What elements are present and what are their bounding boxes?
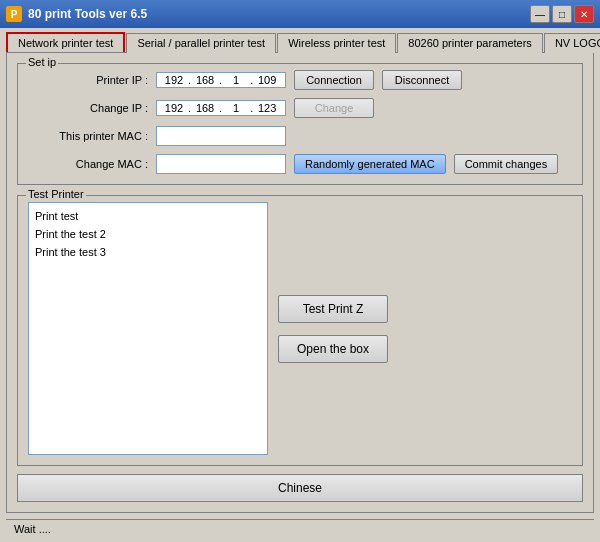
connection-buttons: Connection Disconnect (294, 70, 462, 90)
tab-bar: Network printer test Serial / parallel p… (6, 32, 594, 52)
change-ip-seg4[interactable] (253, 102, 281, 114)
change-mac-input[interactable] (156, 154, 286, 174)
close-button[interactable]: ✕ (574, 5, 594, 23)
window-controls: — □ ✕ (530, 5, 594, 23)
this-mac-input[interactable] (156, 126, 286, 146)
tab-wireless[interactable]: Wireless printer test (277, 33, 396, 53)
main-content: Network printer test Serial / parallel p… (0, 28, 600, 542)
mac-buttons: Randomly generated MAC Commit changes (294, 154, 558, 174)
tab-panel-network: Set ip Printer IP : . . . Connection Dis… (6, 52, 594, 513)
tab-params[interactable]: 80260 printer parameters (397, 33, 543, 53)
app-icon: P (6, 6, 22, 22)
test-list-box[interactable]: Print test Print the test 2 Print the te… (28, 202, 268, 455)
printer-ip-seg2[interactable] (191, 74, 219, 86)
this-mac-row: This printer MAC : (28, 126, 572, 146)
status-bar: Wait .... (6, 519, 594, 538)
printer-ip-label: Printer IP : (28, 74, 148, 86)
title-bar: P 80 print Tools ver 6.5 — □ ✕ (0, 0, 600, 28)
test-print-z-button[interactable]: Test Print Z (278, 295, 388, 323)
change-btn-row: Change (294, 98, 374, 118)
test-printer-group: Test Printer Print test Print the test 2… (17, 195, 583, 466)
disconnect-button[interactable]: Disconnect (382, 70, 462, 90)
change-ip-seg3[interactable] (222, 102, 250, 114)
printer-ip-row: Printer IP : . . . Connection Disconnect (28, 70, 572, 90)
set-ip-group: Set ip Printer IP : . . . Connection Dis… (17, 63, 583, 185)
this-mac-label: This printer MAC : (28, 130, 148, 142)
change-button[interactable]: Change (294, 98, 374, 118)
change-mac-row: Change MAC : Randomly generated MAC Comm… (28, 154, 572, 174)
tab-logo[interactable]: NV LOGO (544, 33, 600, 53)
minimize-button[interactable]: — (530, 5, 550, 23)
printer-ip-seg4[interactable] (253, 74, 281, 86)
randomly-mac-button[interactable]: Randomly generated MAC (294, 154, 446, 174)
change-ip-seg2[interactable] (191, 102, 219, 114)
commit-changes-button[interactable]: Commit changes (454, 154, 559, 174)
change-ip-label: Change IP : (28, 102, 148, 114)
bottom-bar: Chinese (17, 474, 583, 502)
test-printer-label: Test Printer (26, 188, 86, 200)
restore-button[interactable]: □ (552, 5, 572, 23)
connection-button[interactable]: Connection (294, 70, 374, 90)
printer-ip-seg3[interactable] (222, 74, 250, 86)
printer-ip-input[interactable]: . . . (156, 72, 286, 88)
window-title: 80 print Tools ver 6.5 (28, 7, 530, 21)
open-box-button[interactable]: Open the box (278, 335, 388, 363)
status-text: Wait .... (14, 523, 51, 535)
change-ip-row: Change IP : . . . Change (28, 98, 572, 118)
change-ip-seg1[interactable] (160, 102, 188, 114)
tab-network[interactable]: Network printer test (6, 32, 125, 52)
tab-serial[interactable]: Serial / parallel printer test (126, 33, 276, 53)
test-action-buttons: Test Print Z Open the box (278, 202, 572, 455)
set-ip-label: Set ip (26, 56, 58, 68)
test-printer-content: Print test Print the test 2 Print the te… (28, 202, 572, 455)
change-mac-label: Change MAC : (28, 158, 148, 170)
list-item[interactable]: Print the test 3 (33, 243, 263, 261)
list-item[interactable]: Print the test 2 (33, 225, 263, 243)
printer-ip-seg1[interactable] (160, 74, 188, 86)
list-item[interactable]: Print test (33, 207, 263, 225)
chinese-button[interactable]: Chinese (17, 474, 583, 502)
change-ip-input[interactable]: . . . (156, 100, 286, 116)
